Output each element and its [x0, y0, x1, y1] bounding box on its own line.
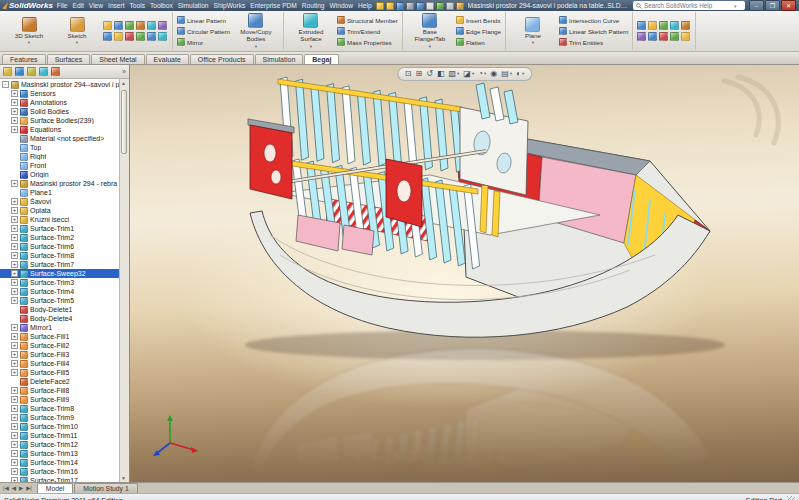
- tool-icon[interactable]: [136, 21, 145, 30]
- tree-item[interactable]: + Surface-Trim13: [0, 449, 119, 458]
- expand-icon[interactable]: +: [11, 252, 18, 259]
- rebuild-icon[interactable]: [436, 2, 444, 10]
- expand-icon[interactable]: +: [11, 459, 18, 466]
- expand-icon[interactable]: +: [11, 351, 18, 358]
- tree-item[interactable]: Front: [0, 161, 119, 170]
- tree-item[interactable]: Plane1: [0, 188, 119, 197]
- menu-item[interactable]: Help: [358, 2, 372, 9]
- tree-item[interactable]: + Surface-Trim5: [0, 296, 119, 305]
- display-style-icon[interactable]: ◪: [463, 69, 474, 79]
- expand-icon[interactable]: +: [11, 387, 18, 394]
- expand-icon[interactable]: +: [11, 333, 18, 340]
- search-box[interactable]: [633, 1, 745, 10]
- command-tab[interactable]: Begaj: [304, 54, 339, 64]
- hull-block[interactable]: [248, 77, 710, 337]
- options-icon[interactable]: [456, 2, 464, 10]
- expand-icon[interactable]: +: [11, 468, 18, 475]
- dimxpertmanager-tab-icon[interactable]: [39, 67, 48, 76]
- command-tab[interactable]: Sheet Metal: [91, 54, 144, 64]
- expand-icon[interactable]: +: [11, 216, 18, 223]
- tool-icon[interactable]: [114, 32, 123, 41]
- tree-item[interactable]: + Surface-Trim8: [0, 404, 119, 413]
- tree-item[interactable]: + Surface-Fill5: [0, 368, 119, 377]
- intersection-curve-button[interactable]: Intersection Curve: [559, 15, 629, 25]
- tool-icon[interactable]: [659, 32, 668, 41]
- tree-item[interactable]: + Surface-Fill8: [0, 386, 119, 395]
- tree-item[interactable]: + Annotations: [0, 98, 119, 107]
- section-view-icon[interactable]: ◧: [437, 69, 445, 79]
- tool-icon[interactable]: [103, 21, 112, 30]
- zoom-fit-icon[interactable]: ⊡: [405, 69, 412, 79]
- tree-item[interactable]: + Šavovi: [0, 197, 119, 206]
- expand-icon[interactable]: +: [11, 180, 18, 187]
- tree-item[interactable]: + Oplata: [0, 206, 119, 215]
- trim-extend-button[interactable]: Trim/Extend: [337, 26, 398, 36]
- print-icon[interactable]: [406, 2, 414, 10]
- tool-icon[interactable]: [648, 32, 657, 41]
- expand-icon[interactable]: +: [11, 324, 18, 331]
- menu-item[interactable]: Tools: [130, 2, 145, 9]
- 3d-sketch-button[interactable]: 3D Sketch: [6, 13, 52, 49]
- tree-item[interactable]: + Solid Bodies: [0, 107, 119, 116]
- menu-item[interactable]: ShipWorks: [213, 2, 245, 9]
- tree-item[interactable]: + Surface-Trim2: [0, 233, 119, 242]
- expand-icon[interactable]: +: [11, 99, 18, 106]
- displaymanager-tab-icon[interactable]: [51, 67, 60, 76]
- command-tab[interactable]: Office Products: [190, 54, 254, 64]
- expand-icon[interactable]: +: [11, 288, 18, 295]
- minimize-button[interactable]: –: [749, 0, 764, 11]
- edge-flange-button[interactable]: Edge Flange: [456, 26, 501, 36]
- select-icon[interactable]: [426, 2, 434, 10]
- expand-icon[interactable]: +: [11, 441, 18, 448]
- expand-icon[interactable]: +: [11, 117, 18, 124]
- previous-view-icon[interactable]: ↺: [426, 69, 433, 79]
- linear-pattern-button[interactable]: Linear Pattern: [177, 15, 230, 25]
- expand-icon[interactable]: +: [11, 90, 18, 97]
- tool-icon[interactable]: [637, 32, 646, 41]
- file-properties-icon[interactable]: [446, 2, 454, 10]
- tree-item[interactable]: + Surface-Fill1: [0, 332, 119, 341]
- expand-icon[interactable]: +: [11, 279, 18, 286]
- extruded-surface-button[interactable]: Extruded Surface: [288, 13, 334, 49]
- tree-item[interactable]: + Surface-Fill2: [0, 341, 119, 350]
- scrollbar-thumb[interactable]: [121, 90, 127, 154]
- prev-tab-icon[interactable]: ◀: [11, 485, 17, 491]
- last-tab-icon[interactable]: ▶|: [25, 485, 33, 491]
- expand-icon[interactable]: +: [11, 243, 18, 250]
- menu-item[interactable]: View: [89, 2, 103, 9]
- linear-sketch-pattern-button[interactable]: Linear Sketch Pattern: [559, 26, 629, 36]
- tree-item[interactable]: + Surface-Sweep32: [0, 269, 119, 278]
- next-tab-icon[interactable]: ▶: [18, 485, 24, 491]
- tree-item[interactable]: Top: [0, 143, 119, 152]
- tree-item[interactable]: + Surface-Trim11: [0, 431, 119, 440]
- apply-scene-icon[interactable]: ▤: [501, 69, 512, 79]
- search-dropdown-icon[interactable]: [734, 2, 737, 9]
- expand-icon[interactable]: +: [11, 198, 18, 205]
- menu-item[interactable]: Edit: [72, 2, 83, 9]
- command-tab[interactable]: Features: [2, 54, 46, 64]
- expand-icon[interactable]: +: [11, 432, 18, 439]
- tree-item[interactable]: Body-Delete4: [0, 314, 119, 323]
- plane-button[interactable]: Plane: [510, 13, 556, 49]
- view-orientation-icon[interactable]: ▧: [448, 69, 459, 79]
- save-icon[interactable]: [396, 2, 404, 10]
- model-tab[interactable]: Model: [37, 483, 74, 493]
- tree-item[interactable]: + Surface-Trim7: [0, 260, 119, 269]
- new-document-icon[interactable]: [376, 2, 384, 10]
- tool-icon[interactable]: [147, 21, 156, 30]
- tree-item[interactable]: + Masinski prostor 294 - rebra i pregra: [0, 179, 119, 188]
- edit-appearance-icon[interactable]: ◉: [490, 69, 497, 79]
- tool-icon[interactable]: [125, 21, 134, 30]
- tree-item[interactable]: + Surface-Trim10: [0, 422, 119, 431]
- propertymanager-tab-icon[interactable]: [15, 67, 24, 76]
- tree-item[interactable]: + Surface-Fill4: [0, 359, 119, 368]
- tree-item[interactable]: + Surface-Fill9: [0, 395, 119, 404]
- first-tab-icon[interactable]: |◀: [2, 485, 10, 491]
- mirror-button[interactable]: Mirror: [177, 37, 230, 47]
- tree-item[interactable]: + Surface-Trim12: [0, 440, 119, 449]
- structural-member-button[interactable]: Structural Member: [337, 15, 398, 25]
- menu-item[interactable]: Routing: [302, 2, 325, 9]
- tool-icon[interactable]: [158, 21, 167, 30]
- menu-item[interactable]: Insert: [108, 2, 125, 9]
- tool-icon[interactable]: [637, 21, 646, 30]
